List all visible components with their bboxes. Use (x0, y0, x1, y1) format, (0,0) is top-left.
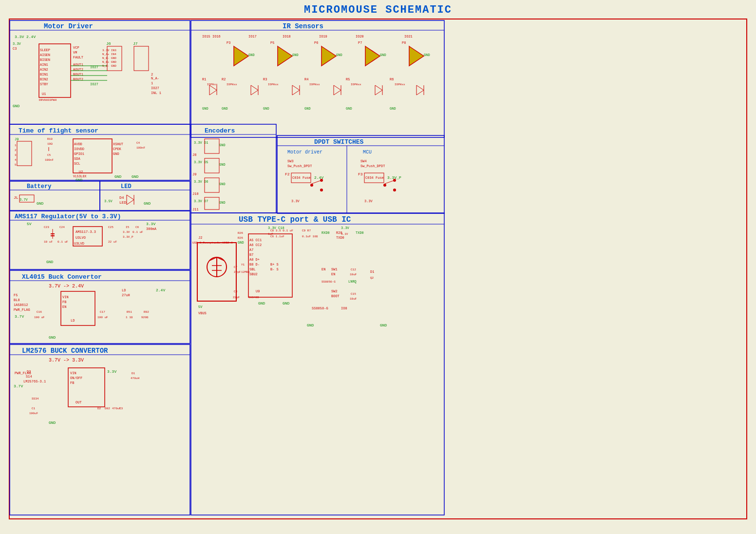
svg-text:BIN2: BIN2 (40, 77, 48, 81)
svg-text:R2: R2 (222, 77, 226, 81)
svg-text:10Ω: 10Ω (47, 142, 53, 146)
svg-text:AMS117-3.3: AMS117-3.3 (76, 230, 96, 234)
svg-text:SDA: SDA (74, 157, 80, 161)
svg-text:GND: GND (380, 53, 386, 57)
schematic-svg: Motor Driver SLEEP AISEN BISEN AIN1 AIN2… (0, 0, 756, 534)
svg-text:LED: LED (121, 183, 132, 190)
svg-text:J9: J9 (192, 172, 196, 176)
svg-text:GND: GND (144, 201, 151, 206)
svg-text:3.3V D5: 3.3V D5 (194, 160, 208, 164)
svg-text:N_B+ GND: N_B+ GND (102, 60, 116, 64)
svg-text:LED: LED (119, 200, 127, 205)
svg-text:C7: C7 (234, 266, 238, 269)
svg-text:LNRQ: LNRQ (348, 280, 357, 284)
svg-text:3.3V: 3.3V (13, 42, 21, 46)
svg-text:GND: GND (304, 107, 311, 111)
svg-text:Time of flight sensor: Time of flight sensor (19, 127, 98, 134)
svg-text:GND: GND (248, 53, 255, 57)
svg-text:J11: J11 (192, 208, 199, 211)
svg-text:AMS117 Regulator(5V to 3.3V): AMS117 Regulator(5V to 3.3V) (15, 213, 121, 220)
svg-text:SBU2: SBU2 (249, 272, 258, 276)
svg-text:GND: GND (346, 107, 352, 111)
svg-text:C15: C15 (351, 292, 356, 296)
svg-text:SS8050-G: SS8050-G (312, 306, 328, 310)
svg-text:3.3V: 3.3V (291, 199, 300, 203)
svg-text:J2: J2 (198, 236, 202, 240)
svg-text:A7: A7 (249, 248, 253, 252)
svg-text:C034 Fuse: C034 Fuse (292, 176, 311, 180)
svg-text:CH340S: CH340S (248, 296, 259, 299)
svg-text:GND: GND (307, 323, 314, 327)
svg-text:IOPHxx: IOPHxx (309, 83, 320, 86)
svg-text:R6: R6 (390, 77, 394, 81)
svg-rect-76 (10, 181, 100, 210)
svg-text:VCP: VCP (73, 46, 79, 50)
svg-text:MCU: MCU (363, 150, 372, 155)
svg-text:JL: JL (14, 195, 19, 200)
svg-marker-171 (234, 46, 248, 66)
svg-text:CPEK: CPEK (113, 147, 122, 151)
svg-text:GND: GND (114, 174, 122, 179)
svg-text:R92: R92 (144, 310, 149, 314)
svg-text:D4: D4 (119, 195, 124, 200)
svg-text:U1: U1 (42, 92, 46, 96)
svg-text:LM2576 BUCK CONVERTOR: LM2576 BUCK CONVERTOR (22, 347, 108, 355)
svg-text:GND: GND (263, 107, 269, 111)
svg-text:3.7V -> 2.4V: 3.7V -> 2.4V (49, 284, 84, 289)
svg-text:GND: GND (113, 152, 119, 156)
svg-text:Q2: Q2 (370, 276, 374, 280)
svg-text:IO17: IO17 (248, 35, 257, 38)
svg-text:TXD0: TXD0 (356, 231, 364, 235)
svg-text:IOPHxx: IOPHxx (351, 83, 361, 86)
svg-text:C5: C5 (47, 153, 51, 157)
svg-text:100 uF: 100 uF (34, 316, 45, 319)
svg-text:27uH: 27uH (122, 293, 130, 297)
svg-text:GND: GND (13, 104, 20, 108)
svg-text:VIN: VIN (62, 295, 69, 299)
page-background: MICROMOUSE SCHEMATIC Motor Driver SLEEP … (0, 0, 756, 534)
svg-text:GND: GND (132, 174, 139, 179)
svg-text:Motor driver: Motor driver (287, 150, 322, 155)
svg-text:R5: R5 (346, 77, 350, 81)
svg-text:LD: LD (71, 319, 75, 323)
svg-text:R4: R4 (304, 77, 308, 81)
svg-text:5: 5 (15, 163, 17, 167)
svg-text:GND: GND (219, 163, 226, 167)
svg-text:J8: J8 (192, 153, 196, 157)
svg-text:GND: GND (238, 241, 244, 245)
svg-text:3.3V  2.4V: 3.3V 2.4V (15, 35, 36, 39)
svg-text:N_B- GND: N_B- GND (102, 57, 116, 60)
svg-text:3.7V: 3.7V (14, 384, 23, 388)
page-title: MICROMOUSE SCHEMATIC (0, 0, 756, 18)
svg-text:B+ S: B+ S (270, 263, 279, 267)
svg-text:Motor Driver: Motor Driver (44, 22, 93, 30)
svg-text:12MHz: 12MHz (241, 270, 250, 274)
svg-text:3.3V C18: 3.3V C18 (268, 226, 284, 230)
svg-text:100nF: 100nF (45, 158, 54, 162)
svg-text:BOUT2: BOUT2 (73, 77, 83, 81)
svg-text:3.3V: 3.3V (364, 199, 373, 203)
svg-text:BOOT: BOOT (331, 294, 340, 298)
svg-rect-59 (17, 141, 32, 166)
svg-text:USB_C_Receptacle_USB2.0: USB_C_Receptacle_USB2.0 (192, 241, 233, 245)
svg-text:C9  R7: C9 R7 (302, 229, 311, 232)
svg-text:C12: C12 (351, 268, 356, 271)
svg-text:IO18: IO18 (283, 35, 291, 38)
svg-text:R26: R26 (238, 236, 243, 240)
svg-text:B- S: B- S (270, 267, 279, 271)
svg-text:4: 4 (15, 158, 17, 162)
svg-text:GND: GND (49, 335, 56, 340)
svg-text:P6: P6 (314, 41, 318, 45)
svg-point-253 (310, 184, 313, 187)
svg-text:R3: R3 (263, 77, 267, 81)
svg-text:P3: P3 (227, 41, 230, 45)
svg-text:1: 1 (151, 81, 153, 85)
svg-text:GND: GND (258, 301, 265, 305)
svg-marker-177 (321, 46, 336, 66)
svg-rect-77 (100, 181, 190, 210)
svg-marker-90 (127, 195, 134, 205)
svg-text:10uF: 10uF (350, 297, 357, 301)
svg-text:22pF: 22pF (233, 296, 240, 299)
svg-text:C6: C6 (135, 226, 139, 229)
svg-text:R10: R10 (47, 137, 53, 141)
